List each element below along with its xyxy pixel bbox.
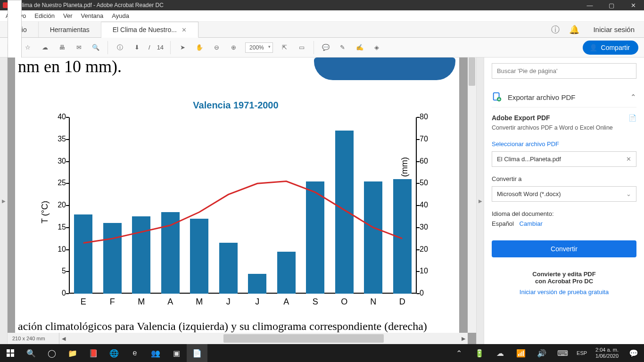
tab-document-label: El Clima de Nuestro... xyxy=(113,26,177,33)
tray-chevron-icon[interactable]: ⌃ xyxy=(448,344,469,362)
x-tick: M xyxy=(185,297,214,307)
x-tick: O xyxy=(330,297,359,307)
y-axis-left-label: T (°C) xyxy=(40,201,50,223)
stamp-icon[interactable]: ◈ xyxy=(372,42,382,53)
acrobat-taskbar-icon[interactable]: 📄 xyxy=(187,344,207,362)
share-button[interactable]: 👤 Compartir xyxy=(583,41,638,55)
page-total: 14 xyxy=(157,44,164,51)
star-icon[interactable]: ☆ xyxy=(23,42,33,53)
battery-icon[interactable]: 🔋 xyxy=(469,344,490,362)
notifications-icon[interactable]: 💬 xyxy=(623,344,644,362)
zoom-in-icon[interactable]: ⊕ xyxy=(228,42,239,53)
cortana-icon[interactable]: ◯ xyxy=(41,344,62,362)
tools-search-input[interactable] xyxy=(492,63,636,79)
mail-icon[interactable]: ✉ xyxy=(74,42,84,53)
chevron-up-icon: ⌃ xyxy=(630,93,636,101)
maximize-button[interactable]: ▢ xyxy=(601,0,622,10)
search-taskbar-icon[interactable]: 🔍 xyxy=(21,344,41,362)
page-up-icon[interactable]: ⓘ xyxy=(115,42,125,53)
vertical-scrollbar[interactable] xyxy=(468,58,476,333)
chart-title: Valencia 1971-2000 xyxy=(36,100,436,111)
network-icon[interactable]: 📶 xyxy=(511,344,531,362)
bar-A xyxy=(161,212,180,294)
hand-icon[interactable]: ✋ xyxy=(194,42,205,53)
signin-link[interactable]: Iniciar sesión xyxy=(584,22,644,37)
menu-view[interactable]: Ver xyxy=(63,12,73,19)
app-icon-1[interactable]: 📕 xyxy=(83,344,104,362)
bell-icon[interactable]: 🔔 xyxy=(565,22,584,37)
tab-tools[interactable]: Herramientas xyxy=(39,22,101,37)
cloud-icon[interactable]: ☁ xyxy=(40,42,50,53)
bar-J xyxy=(219,243,238,294)
climograma-chart: Valencia 1971-2000 T (°C) PRECIPITACIÓN … xyxy=(36,100,436,308)
left-panel-toggle[interactable]: ▶ xyxy=(0,58,8,344)
pdf-page: nm en 10 mm). Valencia 1971-2000 T (°C) … xyxy=(15,58,459,333)
volume-icon[interactable]: 🔊 xyxy=(531,344,552,362)
sign-icon[interactable]: ✍ xyxy=(355,42,365,53)
explorer-icon[interactable]: 📁 xyxy=(62,344,83,362)
format-select[interactable]: Microsoft Word (*.docx) ⌄ xyxy=(492,186,636,202)
window-titlebar: El Clima de Nuestro Planeta.pdf - Adobe … xyxy=(0,0,644,10)
cursor-icon[interactable]: ➤ xyxy=(177,42,188,53)
page-down-icon[interactable]: ⬇ xyxy=(132,42,142,53)
windows-taskbar: 🔍 ◯ 📁 📕 🌐 e 👥 ▣ 📄 ⌃ 🔋 ☁ 📶 🔊 ⌨ ESP 2:04 a… xyxy=(0,344,644,362)
promo-text: Convierte y edita PDF con Acrobat Pro DC xyxy=(492,271,636,285)
close-button[interactable]: ✕ xyxy=(622,0,644,10)
chrome-icon[interactable]: 🌐 xyxy=(104,344,124,362)
selected-file-box[interactable]: El Clima d...Planeta.pdf ✕ xyxy=(492,151,636,167)
clear-file-icon[interactable]: ✕ xyxy=(626,156,631,163)
clock[interactable]: 2:04 a. m. 1/06/2020 xyxy=(591,347,623,359)
bar-M xyxy=(132,216,150,294)
free-trial-link[interactable]: Iniciar versión de prueba gratuita xyxy=(492,288,636,296)
print-icon[interactable]: 🖶 xyxy=(57,42,67,53)
fit-page-icon[interactable]: ▭ xyxy=(297,42,307,53)
terminal-icon[interactable]: ▣ xyxy=(166,344,187,362)
horizontal-scrollbar[interactable]: 210 x 240 mm ◀ ▶ xyxy=(8,333,468,344)
tab-document[interactable]: El Clima de Nuestro... ✕ xyxy=(101,22,198,38)
convert-button[interactable]: Convertir xyxy=(492,240,636,257)
bar-E xyxy=(74,214,92,294)
help-icon[interactable]: ⓘ xyxy=(546,22,565,37)
menu-help[interactable]: Ayuda xyxy=(112,12,129,19)
x-tick: J xyxy=(243,297,272,307)
menu-edit[interactable]: Edición xyxy=(34,12,55,19)
chevron-down-icon: ⌄ xyxy=(626,190,631,197)
change-language-link[interactable]: Cambiar xyxy=(520,220,543,227)
document-area: nm en 10 mm). Valencia 1971-2000 T (°C) … xyxy=(8,58,476,344)
export-pdf-icon xyxy=(492,92,502,102)
keyboard-icon[interactable]: ⌨ xyxy=(552,344,573,362)
minimize-button[interactable]: — xyxy=(579,0,601,10)
onedrive-icon[interactable]: ☁ xyxy=(490,344,511,362)
menu-window[interactable]: Ventana xyxy=(81,12,104,19)
format-value: Microsoft Word (*.docx) xyxy=(497,190,561,197)
edge-icon[interactable]: e xyxy=(124,344,145,362)
zoom-out-icon[interactable]: ⊖ xyxy=(211,42,222,53)
right-panel-toggle[interactable]: ▶ xyxy=(476,58,484,344)
bar-M xyxy=(190,219,208,294)
export-pdf-label: Exportar archivo PDF xyxy=(508,93,575,101)
teams-icon[interactable]: 👥 xyxy=(145,344,166,362)
x-tick: A xyxy=(156,297,185,307)
bar-D xyxy=(393,179,412,294)
bar-N xyxy=(364,181,382,294)
fit-width-icon[interactable]: ⇱ xyxy=(280,42,290,53)
adobe-export-title: Adobe Export PDF xyxy=(492,114,550,122)
page-sep: / xyxy=(149,44,150,51)
highlight-icon[interactable]: ✎ xyxy=(338,42,348,53)
toolbar: 💾 ☆ ☁ 🖶 ✉ 🔍 ⓘ ⬇ / 14 ➤ ✋ ⊖ ⊕ 200% ⇱ ▭ 💬 … xyxy=(0,38,644,58)
comment-icon[interactable]: 💬 xyxy=(321,42,331,53)
tabstrip: Inicio Herramientas El Clima de Nuestro.… xyxy=(0,22,644,38)
zoom-select[interactable]: 200% xyxy=(245,42,273,53)
search-icon[interactable]: 🔍 xyxy=(91,42,101,53)
bar-J xyxy=(248,274,266,294)
language-indicator[interactable]: ESP xyxy=(573,350,591,356)
x-tick: D xyxy=(388,297,417,307)
export-pdf-header[interactable]: Exportar archivo PDF ⌃ xyxy=(492,87,636,107)
export-description: Convertir archivos PDF a Word o Excel On… xyxy=(492,124,636,131)
tab-close-icon[interactable]: ✕ xyxy=(182,26,187,33)
menubar: Archivo Edición Ver Ventana Ayuda xyxy=(0,10,644,22)
start-button[interactable] xyxy=(0,344,21,362)
x-tick: M xyxy=(127,297,156,307)
pdf-small-icon: 📄 xyxy=(628,114,636,122)
doc-language-value: Español xyxy=(492,220,514,227)
